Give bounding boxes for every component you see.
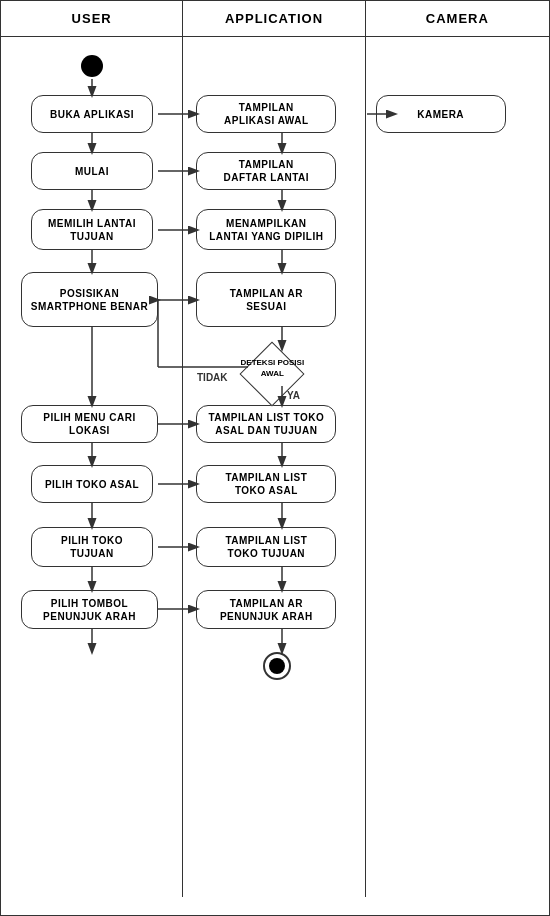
lane-camera: KAMERA xyxy=(366,37,549,897)
tampilan-list-toko-tujuan-node: TAMPILAN LIST TOKO TUJUAN xyxy=(196,527,336,567)
buka-aplikasi-node: BUKA APLIKASI xyxy=(31,95,153,133)
end-circle xyxy=(263,652,291,680)
lane-user: BUKA APLIKASI MULAI MEMILIH LANTAI TUJUA… xyxy=(1,37,183,897)
pilih-toko-tujuan-node: PILIH TOKO TUJUAN xyxy=(31,527,153,567)
menampilkan-lantai-node: MENAMPILKAN LANTAI YANG DIPILIH xyxy=(196,209,336,250)
tampilan-ar-node: TAMPILAN AR SESUAI xyxy=(196,272,336,327)
memilih-lantai-node: MEMILIH LANTAI TUJUAN xyxy=(31,209,153,250)
deteksi-posisi-diamond-wrapper: DETEKSI POSISI AWAL xyxy=(247,349,297,399)
kamera-node: KAMERA xyxy=(376,95,506,133)
tampilan-list-asal-node: TAMPILAN LIST TOKO ASAL DAN TUJUAN xyxy=(196,405,336,443)
pilih-toko-asal-node: PILIH TOKO ASAL xyxy=(31,465,153,503)
tampilan-list-toko-asal-node: TAMPILAN LIST TOKO ASAL xyxy=(196,465,336,503)
tampilan-ar-penunjuk-node: TAMPILAN AR PENUNJUK ARAH xyxy=(196,590,336,629)
start-circle xyxy=(81,55,103,77)
tampilan-daftar-node: TAMPILAN DAFTAR LANTAI xyxy=(196,152,336,190)
lane-application: TAMPILAN APLIKASI AWAL TAMPILAN DAFTAR L… xyxy=(183,37,365,897)
deteksi-posisi-label: DETEKSI POSISI AWAL xyxy=(237,357,307,379)
diagram-container: USER APPLICATION CAMERA xyxy=(0,0,550,916)
pilih-tombol-node: PILIH TOMBOL PENUNJUK ARAH xyxy=(21,590,158,629)
swimlanes: TIDAK YA xyxy=(1,37,549,897)
header-user: USER xyxy=(1,1,183,36)
header-camera: CAMERA xyxy=(366,1,549,36)
posisikan-smartphone-node: POSISIKAN SMARTPHONE BENAR xyxy=(21,272,158,327)
mulai-node: MULAI xyxy=(31,152,153,190)
tampilan-awal-node: TAMPILAN APLIKASI AWAL xyxy=(196,95,336,133)
header-application: APPLICATION xyxy=(183,1,365,36)
pilih-menu-cari-node: PILIH MENU CARI LOKASI xyxy=(21,405,158,443)
headers: USER APPLICATION CAMERA xyxy=(1,1,549,37)
